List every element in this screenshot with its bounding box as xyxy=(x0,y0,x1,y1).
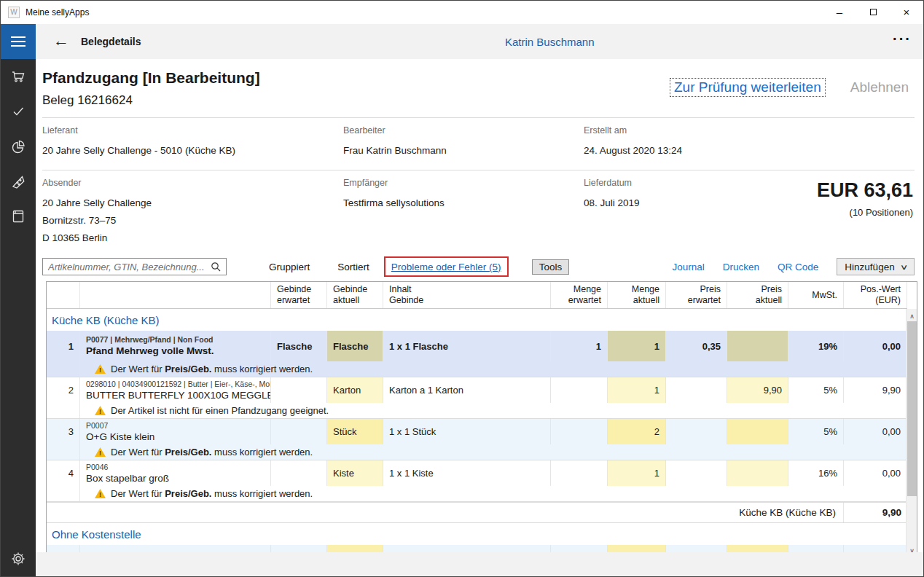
cell-gebinde-erwartet xyxy=(271,377,327,403)
maximize-button[interactable] xyxy=(856,1,890,23)
cell-inhalt-gebinde: Karton a 1 Karton xyxy=(383,377,551,403)
column-header-preis-erwartet: Preis erwartet xyxy=(666,282,727,308)
group-header-label: Ohne Kostenstelle xyxy=(47,528,141,541)
table-row[interactable]: 1P0077 | Mehrweg/Pfand | Non FoodPfand M… xyxy=(47,331,907,361)
sidebar-item-cart[interactable] xyxy=(1,59,36,94)
sidebar-item-settings[interactable] xyxy=(1,541,36,576)
print-link[interactable]: Drucken xyxy=(723,262,759,272)
position-count: (10 Positionen) xyxy=(817,207,913,218)
settings-gear-icon xyxy=(9,550,27,568)
more-options-button[interactable]: ··· xyxy=(893,31,923,53)
sidebar-item-food[interactable] xyxy=(1,164,36,199)
close-button[interactable]: × xyxy=(890,1,923,23)
scrollbar-thumb[interactable] xyxy=(907,321,917,496)
field-label-erstellt-am: Erstellt am xyxy=(584,125,915,136)
cell-preis-aktuell[interactable] xyxy=(727,331,788,361)
cell-pos-number: 2 xyxy=(47,377,80,403)
cell-preis-erwartet: 0,35 xyxy=(666,331,727,361)
cell-gebinde-erwartet xyxy=(271,460,327,486)
warning-row-spacer xyxy=(47,444,80,460)
vertical-scrollbar[interactable]: ∧ ∨ xyxy=(906,309,917,558)
cell-preis-erwartet xyxy=(666,419,727,444)
back-button[interactable]: ← xyxy=(53,31,69,50)
cell-menge-aktuell[interactable]: 1 xyxy=(608,331,666,361)
cell-preis-aktuell[interactable]: 9,90 xyxy=(727,377,788,403)
table-row[interactable]: 20298010 | 04034900121592 | Butter | Eie… xyxy=(47,377,907,403)
column-header-inhalt-gebinde: Inhalt Gebinde xyxy=(383,282,551,308)
cell-article: P0077 | Mehrweg/Pfand | Non FoodPfand Me… xyxy=(80,331,271,361)
search-input[interactable] xyxy=(43,262,211,272)
qr-code-link[interactable]: QR Code xyxy=(778,262,818,272)
window-title: Meine sellyApps xyxy=(26,7,823,17)
cell-pos-number: 3 xyxy=(47,419,80,444)
cell-pos-number: 4 xyxy=(47,460,80,486)
current-user-link[interactable]: Katrin Buschmann xyxy=(141,36,893,48)
table-row[interactable]: 4P0046Box stapelbar großKiste1 x 1 Kiste… xyxy=(47,460,907,486)
cell-gebinde-aktuell[interactable]: Kiste xyxy=(327,460,383,486)
cell-menge-aktuell[interactable]: 1 xyxy=(608,377,666,403)
cell-pos-number: 1 xyxy=(47,331,80,361)
field-label-empfaenger: Empfänger xyxy=(343,178,584,188)
cell-gebinde-erwartet xyxy=(271,419,327,444)
minimize-button[interactable]: – xyxy=(823,1,856,23)
cell-inhalt-gebinde: 1 x 1 Flasche xyxy=(383,331,551,361)
search-box[interactable] xyxy=(42,258,227,275)
cell-menge-erwartet xyxy=(551,377,608,403)
warning-row: !Der Artikel ist nicht für einen Pfandzu… xyxy=(47,403,907,419)
column-header-menge-erwartet: Menge erwartet xyxy=(551,282,608,308)
add-dropdown-button[interactable]: Hinzufügen ∨ xyxy=(837,258,915,275)
column-header-preis-aktuell: Preis aktuell xyxy=(727,282,788,308)
sidebar-item-catalog[interactable] xyxy=(1,199,36,234)
sidebar-item-tasks[interactable] xyxy=(1,94,36,129)
cell-mwst: 16% xyxy=(788,460,844,486)
tools-button[interactable]: Tools xyxy=(532,259,570,275)
warning-row-spacer xyxy=(47,486,80,501)
forward-for-review-button[interactable]: Zur Prüfung weiterleiten xyxy=(670,78,826,97)
warning-icon: ! xyxy=(95,364,106,374)
cell-pos-wert: 0,00 xyxy=(844,460,907,486)
group-footer-value: 9,90 xyxy=(844,503,907,522)
article-meta: P0007 xyxy=(86,421,108,431)
journal-link[interactable]: Journal xyxy=(673,262,705,272)
column-header-gebinde-erwartet: Gebinde erwartet xyxy=(271,282,327,308)
cell-article: P0046Box stapelbar groß xyxy=(80,460,271,486)
warning-text: Der Artikel ist nicht für einen Pfandzug… xyxy=(111,405,329,416)
cell-pos-wert: 0,00 xyxy=(844,331,907,361)
cell-menge-aktuell[interactable]: 1 xyxy=(608,460,666,486)
maximize-icon xyxy=(870,9,877,15)
group-header-row[interactable]: Ohne Kostenstelle xyxy=(47,523,907,545)
cell-menge-aktuell[interactable]: 2 xyxy=(608,419,666,444)
cell-preis-aktuell[interactable] xyxy=(727,419,788,444)
cell-pos-wert: 0,00 xyxy=(844,419,907,444)
reject-button[interactable]: Ablehnen xyxy=(846,78,913,97)
cell-preis-erwartet xyxy=(666,377,727,403)
cell-menge-erwartet xyxy=(551,460,608,486)
group-header-row[interactable]: Küche KB (Küche KB) xyxy=(47,309,907,331)
pie-chart-icon xyxy=(9,138,27,155)
problems-errors-link[interactable]: Probleme oder Fehler (5) xyxy=(391,262,501,272)
cell-gebinde-aktuell[interactable]: Flasche xyxy=(327,331,383,361)
column-header-article xyxy=(80,282,271,308)
sorted-toggle[interactable]: Sortiert xyxy=(337,262,369,272)
cell-gebinde-aktuell[interactable]: Stück xyxy=(327,419,383,444)
sidebar-item-reports[interactable] xyxy=(1,129,36,164)
add-button-label: Hinzufügen xyxy=(845,262,894,272)
table-row[interactable]: 3P0007O+G Kiste kleinStück1 x 1 Stück25%… xyxy=(47,419,907,444)
warning-row: !Der Wert für Preis/Geb. muss korrigiert… xyxy=(47,486,907,502)
grouped-toggle[interactable]: Gruppiert xyxy=(269,262,310,272)
field-label-lieferant: Lieferant xyxy=(42,125,343,136)
cell-menge-erwartet: 1 xyxy=(551,331,608,361)
hamburger-menu-button[interactable] xyxy=(1,24,36,59)
group-header-label: Küche KB (Küche KB) xyxy=(47,314,160,326)
warning-text: Der Wert für Preis/Geb. muss korrigiert … xyxy=(111,447,313,458)
warning-message: !Der Wert für Preis/Geb. muss korrigiert… xyxy=(80,488,313,499)
scroll-up-arrow-icon[interactable]: ∧ xyxy=(907,310,917,322)
warning-row: !Der Wert für Preis/Geb. muss korrigiert… xyxy=(47,444,907,460)
cell-preis-aktuell[interactable] xyxy=(727,460,788,486)
warning-message: !Der Wert für Preis/Geb. muss korrigiert… xyxy=(80,364,313,374)
group-footer-label: Küche KB (Küche KB) xyxy=(47,503,844,522)
warning-row-spacer xyxy=(47,361,80,377)
positions-table: Gebinde erwartetGebinde aktuellInhalt Ge… xyxy=(46,281,917,559)
column-header-menge-aktuell: Menge aktuell xyxy=(608,282,666,308)
cell-gebinde-aktuell[interactable]: Karton xyxy=(327,377,383,403)
